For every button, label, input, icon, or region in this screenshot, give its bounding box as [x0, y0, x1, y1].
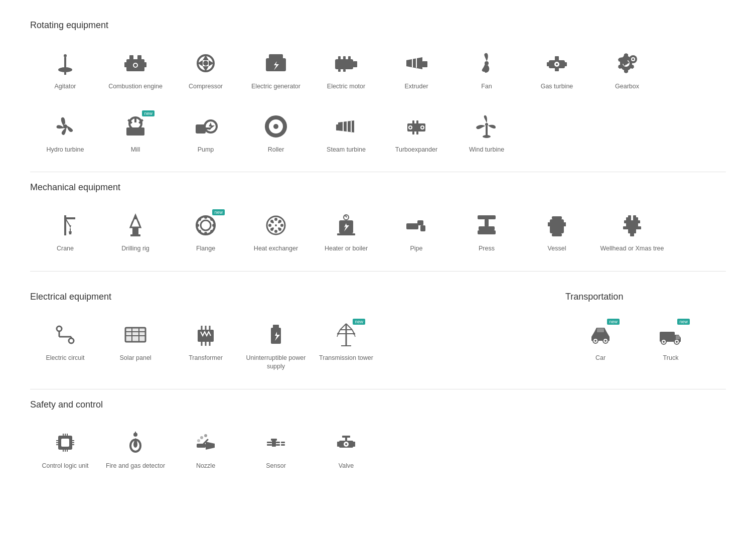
item-solar-panel[interactable]: Solar panel [100, 312, 171, 379]
item-gas-turbine[interactable]: Gas turbine [522, 41, 592, 99]
svg-rect-42 [134, 117, 136, 122]
wellhead-label: Wellhead or Xmas tree [600, 244, 664, 253]
svg-rect-30 [555, 56, 559, 61]
item-mill[interactable]: new Mill [100, 104, 171, 162]
svg-rect-124 [633, 215, 636, 218]
svg-rect-65 [486, 126, 488, 136]
svg-rect-136 [198, 330, 214, 342]
heat-exchanger-icon [261, 210, 291, 240]
item-valve[interactable]: Valve [311, 420, 381, 478]
gearbox-icon [612, 48, 642, 78]
svg-rect-193 [272, 441, 276, 447]
item-roller[interactable]: Roller [241, 104, 311, 162]
svg-marker-22 [406, 57, 422, 69]
hydro-turbine-icon [50, 111, 80, 142]
svg-point-205 [345, 443, 347, 445]
svg-rect-17 [338, 56, 341, 60]
wind-turbine-icon [472, 111, 502, 142]
compressor-icon [191, 48, 221, 78]
combustion-engine-icon [120, 48, 150, 78]
item-heat-exchanger[interactable]: Heat exchanger [241, 203, 311, 261]
electric-generator-icon [261, 48, 291, 78]
agitator-label: Agitator [54, 82, 76, 91]
svg-rect-108 [485, 219, 489, 226]
item-drilling-rig[interactable]: Drilling rig [100, 203, 171, 261]
transformer-icon [191, 320, 221, 350]
fire-gas-icon [120, 428, 150, 458]
safety-grid: Control logic unit Fire and gas detector [30, 420, 726, 478]
item-transformer[interactable]: Transformer [171, 312, 241, 379]
item-heater-boiler[interactable]: Heater or boiler [311, 203, 381, 261]
item-flange[interactable]: new Flange [171, 203, 241, 261]
item-turboexpander[interactable]: Turboexpander [381, 104, 451, 162]
divider-3 [30, 389, 726, 389]
fan-icon [472, 48, 502, 78]
svg-rect-109 [479, 226, 495, 230]
svg-rect-135 [125, 328, 145, 342]
item-press[interactable]: Press [451, 203, 522, 261]
item-combustion-engine[interactable]: Combustion engine [100, 41, 171, 99]
item-wind-turbine[interactable]: Wind turbine [451, 104, 522, 162]
mechanical-grid: Crane Drilling rig [30, 203, 726, 261]
section-title-electrical: Electrical equipment [30, 292, 565, 302]
item-fan[interactable]: Fan [451, 41, 522, 99]
item-pump[interactable]: Pump [171, 104, 241, 162]
svg-point-160 [594, 340, 596, 342]
svg-rect-104 [406, 223, 418, 229]
svg-point-93 [268, 224, 271, 227]
svg-rect-106 [420, 225, 425, 231]
item-pipe[interactable]: Pipe [381, 203, 451, 261]
svg-rect-75 [130, 234, 140, 236]
svg-rect-18 [343, 56, 346, 60]
svg-rect-8 [143, 62, 146, 67]
transportation-grid: new Car [565, 312, 726, 370]
svg-marker-50 [338, 120, 354, 132]
item-sensor[interactable]: Sensor [241, 420, 311, 478]
section-title-transportation: Transportation [565, 292, 726, 302]
item-gearbox[interactable]: Gearbox [592, 41, 662, 99]
extruder-label: Extruder [404, 82, 428, 91]
section-title-rotating: Rotating equipment [30, 20, 726, 31]
press-label: Press [479, 244, 495, 253]
transmission-tower-label: Transmission tower [319, 354, 373, 363]
pump-icon [191, 111, 221, 142]
section-title-safety: Safety and control [30, 399, 726, 410]
steam-turbine-icon [331, 111, 361, 142]
item-crane[interactable]: Crane [30, 203, 100, 261]
svg-rect-162 [597, 328, 604, 332]
electrical-grid: Electric circuit Solar p [30, 312, 565, 379]
item-electric-circuit[interactable]: Electric circuit [30, 312, 100, 379]
item-wellhead[interactable]: Wellhead or Xmas tree [592, 203, 672, 261]
hydro-turbine-label: Hydro turbine [46, 146, 84, 155]
item-transmission-tower[interactable]: new [311, 312, 381, 379]
svg-point-94 [280, 224, 283, 227]
item-agitator[interactable]: Agitator [30, 41, 100, 99]
item-fire-gas[interactable]: Fire and gas detector [100, 420, 171, 478]
control-logic-label: Control logic unit [42, 462, 88, 471]
item-control-logic[interactable]: Control logic unit [30, 420, 100, 478]
item-ups[interactable]: Uninterruptible power supply [241, 312, 311, 379]
item-compressor[interactable]: Compressor [171, 41, 241, 99]
item-electric-motor[interactable]: Electric motor [311, 41, 381, 99]
svg-rect-7 [124, 62, 127, 67]
item-hydro-turbine[interactable]: Hydro turbine [30, 104, 100, 162]
svg-point-61 [409, 126, 411, 128]
svg-point-84 [210, 218, 213, 221]
combustion-engine-label: Combustion engine [108, 82, 163, 91]
svg-line-151 [346, 324, 352, 330]
electric-circuit-icon [50, 320, 80, 350]
steam-turbine-label: Steam turbine [327, 146, 366, 155]
item-electric-generator[interactable]: Electric generator [241, 41, 311, 99]
item-car[interactable]: new Car [565, 312, 636, 370]
section-rotating: Rotating equipment Agitator [30, 20, 726, 162]
svg-point-97 [272, 221, 274, 223]
compressor-label: Compressor [189, 82, 223, 91]
section-safety: Safety and control [30, 399, 726, 478]
item-extruder[interactable]: Extruder [381, 41, 451, 99]
item-steam-turbine[interactable]: Steam turbine [311, 104, 381, 162]
fan-label: Fan [481, 82, 492, 91]
item-truck[interactable]: new Truck [636, 312, 706, 370]
item-nozzle[interactable]: Nozzle [171, 420, 241, 478]
item-vessel[interactable]: Vessel [522, 203, 592, 261]
flange-icon: new [191, 210, 221, 240]
